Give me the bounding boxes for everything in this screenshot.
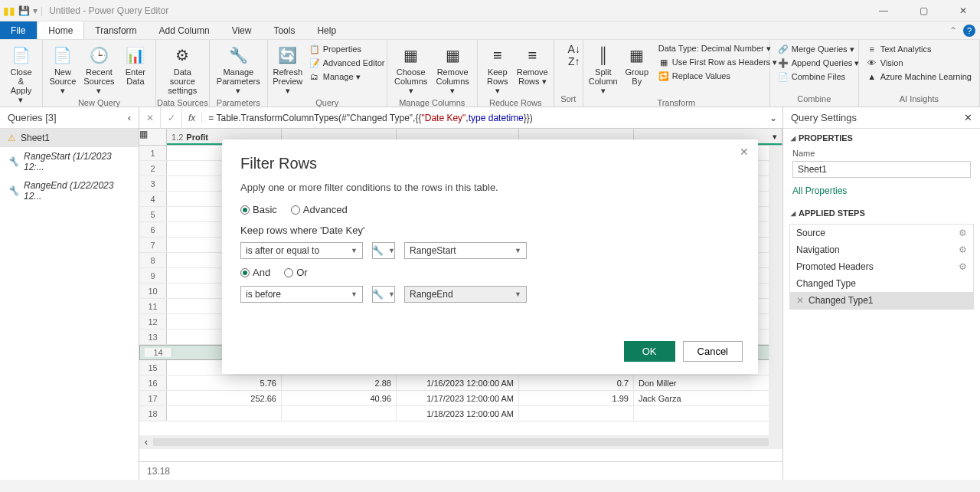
cancel-button[interactable]: Cancel [683,341,743,362]
param-type-select-1[interactable]: 🔧▼ [372,242,395,259]
remove-columns-button[interactable]: ▦Remove Columns ▾ [433,43,472,97]
row-number: 5 [139,207,167,221]
close-settings-icon[interactable]: ✕ [964,112,972,123]
tab-addcolumn[interactable]: Add Column [149,21,221,39]
ok-button[interactable]: OK [624,341,675,362]
radio-or[interactable]: Or [284,267,307,278]
tab-view[interactable]: View [221,21,263,39]
replace-values-button[interactable]: 🔁Replace Values [655,70,780,82]
query-settings-pane: Query Settings ✕ PROPERTIES Name Sheet1 … [782,107,980,480]
parameter-icon: 🔧 [8,156,19,167]
tab-file[interactable]: File [0,21,37,39]
parameter-icon: 🔧 [8,185,19,196]
name-label: Name [783,147,980,159]
tab-transform[interactable]: Transform [84,21,148,39]
first-row-headers-button[interactable]: ▦Use First Row as Headers ▾ [655,56,780,68]
table-row[interactable]: 181/18/2023 12:00:00 AM [139,406,782,421]
collapse-queries-icon[interactable]: ‹ [128,112,131,123]
row-number: 8 [139,253,167,267]
dialog-title: Filter Rows [240,155,740,172]
formula-dropdown-icon[interactable]: ⌄ [764,113,782,123]
tab-help[interactable]: Help [306,21,348,39]
radio-basic[interactable]: Basic [240,204,277,215]
properties-button[interactable]: 📋Properties [306,43,388,55]
settings-header: Query Settings ✕ [783,107,980,129]
step-source[interactable]: Source⚙ [790,225,973,241]
remove-rows-button[interactable]: ≡Remove Rows ▾ [516,43,549,87]
advanced-editor-button[interactable]: 📝Advanced Editor [306,57,388,69]
grid-corner[interactable]: ▦ [139,129,167,145]
tab-tools[interactable]: Tools [263,21,306,39]
choose-columns-button[interactable]: ▦Choose Columns ▾ [392,43,430,97]
row-number: 9 [139,268,167,283]
save-icon[interactable]: 💾 [18,5,30,16]
refresh-preview-button[interactable]: 🔄Refresh Preview ▾ [273,43,303,97]
data-source-settings-button[interactable]: ⚙Data source settings [161,43,204,97]
combine-files-button[interactable]: 📄Combine Files [775,71,863,83]
tab-home[interactable]: Home [37,21,84,39]
row-number: 4 [139,192,167,206]
new-source-button[interactable]: 📄New Source ▾ [47,43,78,97]
horizontal-scrollbar[interactable]: ‹› [139,435,782,449]
query-item-sheet1[interactable]: ⚠ Sheet1 [0,129,139,147]
help-icon[interactable]: ? [963,25,975,37]
param-type-select-2[interactable]: 🔧▼ [372,286,395,303]
menubar: File Home Transform Add Column View Tool… [0,21,980,40]
all-properties-link[interactable]: All Properties [783,182,980,204]
operator-select-2[interactable]: is before▼ [240,286,363,303]
ribbon: 📄Close & Apply ▾ Close 📄New Source ▾ 🕒Re… [0,40,980,107]
step-navigation[interactable]: Navigation⚙ [790,241,973,258]
queries-pane: Queries [3] ‹ ⚠ Sheet1 🔧 RangeStart (1/1… [0,107,139,480]
table-row[interactable]: 17252.6640.961/17/2023 12:00:00 AM1.99Ja… [139,391,782,406]
gear-icon[interactable]: ⚙ [959,261,967,272]
manage-button[interactable]: 🗂Manage ▾ [306,71,388,83]
confirm-formula-icon[interactable]: ✓ [161,107,182,129]
data-type-button[interactable]: Data Type: Decimal Number ▾ [655,43,780,54]
recent-sources-button[interactable]: 🕒Recent Sources ▾ [81,43,117,97]
maximize-button[interactable]: ▢ [910,5,937,16]
gear-icon[interactable]: ⚙ [959,244,967,255]
group-by-button[interactable]: ▦Group By [622,43,652,87]
delete-step-icon[interactable]: ✕ [796,295,804,306]
query-item-rangestart[interactable]: 🔧 RangeStart (1/1/2023 12:... [0,147,139,176]
radio-and[interactable]: And [240,267,270,278]
merge-queries-button[interactable]: 🔗Merge Queries ▾ [775,43,863,55]
formula-bar: ✕ ✓ fx = Table.TransformColumnTypes(#"Ch… [139,107,782,129]
close-apply-button[interactable]: 📄Close & Apply ▾ [5,43,38,106]
cancel-formula-icon[interactable]: ✕ [139,107,161,129]
append-queries-button[interactable]: ➕Append Queries ▾ [775,57,863,69]
radio-advanced[interactable]: Advanced [291,204,348,215]
window-title: Untitled - Power Query Editor [49,5,168,16]
split-column-button[interactable]: ║Split Column ▾ [588,43,619,97]
manage-parameters-button[interactable]: 🔧Manage Parameters ▾ [214,43,263,97]
query-item-rangeend[interactable]: 🔧 RangeEnd (1/22/2023 12... [0,176,139,205]
close-window-button[interactable]: ✕ [949,5,977,16]
table-row[interactable]: 165.762.881/16/2023 12:00:00 AM0.7Don Mi… [139,376,782,391]
step-changed-type1[interactable]: ✕Changed Type1 [790,292,973,309]
operator-select-1[interactable]: is after or equal to▼ [240,242,363,259]
ribbon-collapse-icon[interactable]: ⌃ [949,25,957,36]
text-analytics-button[interactable]: ≡Text Analytics [864,43,975,55]
gear-icon[interactable]: ⚙ [959,228,967,238]
value-select-1[interactable]: RangeStart▼ [404,242,527,259]
row-number: 2 [139,161,167,175]
parameter-icon: 🔧 [372,245,384,256]
minimize-button[interactable]: — [870,5,897,16]
filter-rows-dialog: ✕ Filter Rows Apply one or more filter c… [222,139,758,374]
keep-rows-button[interactable]: ≡Keep Rows ▾ [482,43,513,97]
formula-input[interactable]: = Table.TransformColumnTypes(#"Changed T… [202,113,764,123]
row-number: 12 [139,314,167,329]
properties-section-title: PROPERTIES [783,129,980,147]
vertical-scrollbar[interactable] [769,146,782,448]
aml-button[interactable]: ▲Azure Machine Learning [864,71,975,83]
value-select-2[interactable]: RangeEnd▼ [404,286,527,303]
enter-data-button[interactable]: 📊Enter Data [120,43,151,87]
vision-button[interactable]: 👁Vision [864,57,975,69]
step-promoted-headers[interactable]: Promoted Headers⚙ [790,258,973,275]
keep-rows-label: Keep rows where 'Date Key' [240,225,740,236]
qat-dropdown[interactable]: ▾ [33,5,38,16]
step-changed-type[interactable]: Changed Type [790,275,973,292]
dialog-close-icon[interactable]: ✕ [740,146,749,158]
parameter-icon: 🔧 [372,289,384,300]
query-name-input[interactable]: Sheet1 [792,161,971,178]
